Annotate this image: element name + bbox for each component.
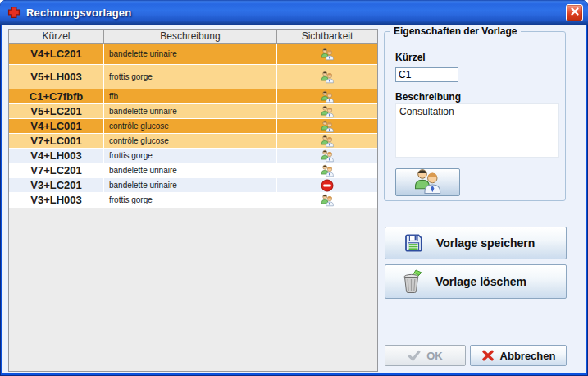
visibility-people-icon <box>321 119 335 133</box>
cell-sichtbarkeit <box>277 104 377 118</box>
two-people-icon <box>413 166 443 199</box>
table-row[interactable]: V3+LH003 frottis gorge <box>9 193 377 208</box>
visibility-blocked-icon <box>321 179 334 192</box>
column-header-kuerzel[interactable]: Kürzel <box>9 30 104 43</box>
cancel-button[interactable]: Abbrechen <box>470 345 567 366</box>
visibility-people-icon <box>321 104 335 118</box>
cell-beschreibung: ffb <box>104 89 277 103</box>
floppy-disk-icon <box>402 232 425 254</box>
assign-visibility-button[interactable] <box>395 168 460 196</box>
cell-beschreibung: bandelette urinaire <box>104 163 277 177</box>
cell-beschreibung: bandelette urinaire <box>104 178 277 192</box>
cell-beschreibung: bandelette urinaire <box>104 44 277 64</box>
save-template-label: Vorlage speichern <box>436 236 535 250</box>
titlebar[interactable]: Rechnungsvorlagen <box>0 0 588 25</box>
cell-sichtbarkeit <box>277 134 377 148</box>
table-row[interactable]: C1+C7fbfb ffb <box>9 89 377 104</box>
rechnungsvorlagen-dialog: Rechnungsvorlagen Kürzel Beschreibung Si… <box>0 0 588 376</box>
beschreibung-label: Beschreibung <box>395 91 461 103</box>
properties-groupbox: Eigenschaften der Vorlage Kürzel Beschre… <box>384 31 566 201</box>
groupbox-title: Eigenschaften der Vorlage <box>390 25 521 37</box>
cell-beschreibung: contrôle glucose <box>104 134 277 148</box>
cell-kuerzel: V5+LH003 <box>9 65 104 89</box>
table-body: V4+LC201 bandelette urinaire V5+LH003 fr… <box>9 44 377 208</box>
cell-sichtbarkeit <box>277 163 377 177</box>
cell-beschreibung: contrôle glucose <box>104 119 277 133</box>
table-header: Kürzel Beschreibung Sichtbarkeit <box>9 30 377 44</box>
visibility-people-icon <box>321 47 335 61</box>
cell-sichtbarkeit <box>277 44 377 64</box>
column-header-beschreibung[interactable]: Beschreibung <box>104 30 277 43</box>
table-row[interactable]: V7+LC001 contrôle glucose <box>9 134 377 149</box>
window-title: Rechnungsvorlagen <box>26 7 566 19</box>
beschreibung-textarea[interactable]: Consultation <box>395 103 559 158</box>
cancel-label: Abbrechen <box>500 350 556 362</box>
cell-kuerzel: V5+LC201 <box>9 104 104 118</box>
close-x-icon <box>570 5 580 20</box>
dialog-content: Kürzel Beschreibung Sichtbarkeit V4+LC20… <box>2 25 586 373</box>
table-row[interactable]: V5+LH003 frottis gorge <box>9 65 377 89</box>
cell-beschreibung: frottis gorge <box>104 149 277 163</box>
cell-sichtbarkeit <box>277 178 377 192</box>
red-cross-icon <box>7 6 21 20</box>
table-row[interactable]: V4+LC001 contrôle glucose <box>9 119 377 134</box>
cell-sichtbarkeit <box>277 193 377 207</box>
save-template-button[interactable]: Vorlage speichern <box>385 227 567 259</box>
cell-kuerzel: V4+LC201 <box>9 44 104 64</box>
visibility-people-icon <box>321 149 335 163</box>
cell-kuerzel: V4+LH003 <box>9 149 104 163</box>
cell-beschreibung: bandelette urinaire <box>104 104 277 118</box>
kuerzel-label: Kürzel <box>395 52 426 63</box>
cell-kuerzel: C1+C7fbfb <box>9 89 104 103</box>
table-row[interactable]: V5+LC201 bandelette urinaire <box>9 104 377 119</box>
cell-sichtbarkeit <box>277 119 377 133</box>
cell-kuerzel: V3+LC201 <box>9 178 104 192</box>
visibility-people-icon <box>321 193 335 207</box>
trash-can-icon <box>402 269 424 294</box>
table-row[interactable]: V4+LC201 bandelette urinaire <box>9 44 377 65</box>
cell-beschreibung: frottis gorge <box>104 193 277 207</box>
close-button[interactable] <box>566 4 583 21</box>
table-row[interactable]: V7+LC201 bandelette urinaire <box>9 163 377 178</box>
templates-table: Kürzel Beschreibung Sichtbarkeit V4+LC20… <box>8 29 378 372</box>
cell-kuerzel: V3+LH003 <box>9 193 104 207</box>
ok-button[interactable]: OK <box>385 345 466 366</box>
cell-beschreibung: frottis gorge <box>104 65 277 89</box>
delete-template-label: Vorlage löschem <box>435 275 526 288</box>
cell-kuerzel: V7+LC201 <box>9 163 104 177</box>
visibility-people-icon <box>321 163 335 177</box>
visibility-people-icon <box>321 134 335 148</box>
delete-template-button[interactable]: Vorlage löschem <box>385 264 567 299</box>
cell-kuerzel: V4+LC001 <box>9 119 104 133</box>
red-x-icon <box>481 350 495 361</box>
cell-sichtbarkeit <box>277 65 377 89</box>
cell-kuerzel: V7+LC001 <box>9 134 104 148</box>
table-row[interactable]: V3+LC201 bandelette urinaire <box>9 178 377 193</box>
ok-label: OK <box>426 350 443 362</box>
visibility-people-icon <box>321 89 335 103</box>
table-row[interactable]: V4+LH003 frottis gorge <box>9 149 377 163</box>
kuerzel-input[interactable] <box>395 67 458 82</box>
column-header-sichtbarkeit[interactable]: Sichtbarkeit <box>277 30 377 43</box>
visibility-people-icon <box>321 70 335 84</box>
cell-sichtbarkeit <box>277 149 377 163</box>
cell-sichtbarkeit <box>277 89 377 103</box>
gray-check-icon <box>408 350 421 361</box>
